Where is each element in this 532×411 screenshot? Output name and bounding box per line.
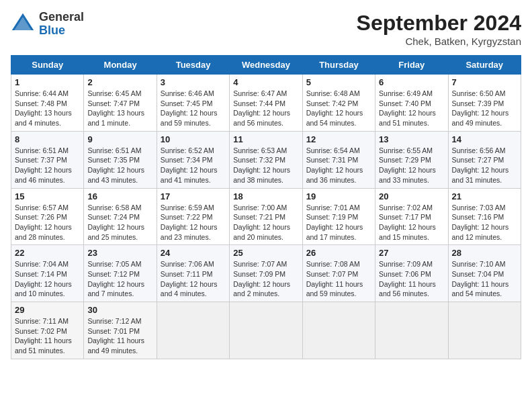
day-number: 15	[15, 191, 80, 201]
col-header-tuesday: Tuesday	[157, 56, 229, 75]
week-row-2: 8Sunrise: 6:51 AM Sunset: 7:37 PM Daylig…	[11, 131, 521, 188]
day-cell	[302, 302, 375, 359]
day-cell: 13Sunrise: 6:55 AM Sunset: 7:29 PM Dayli…	[375, 131, 448, 188]
day-info: Sunrise: 7:00 AM Sunset: 7:21 PM Dayligh…	[233, 203, 298, 242]
day-number: 10	[161, 134, 226, 144]
day-cell: 22Sunrise: 7:04 AM Sunset: 7:14 PM Dayli…	[11, 245, 84, 302]
day-number: 30	[87, 305, 152, 315]
day-number: 21	[452, 191, 517, 201]
day-cell: 2Sunrise: 6:45 AM Sunset: 7:47 PM Daylig…	[84, 75, 157, 132]
day-cell: 10Sunrise: 6:52 AM Sunset: 7:34 PM Dayli…	[157, 131, 229, 188]
day-info: Sunrise: 6:53 AM Sunset: 7:32 PM Dayligh…	[233, 146, 298, 185]
day-number: 11	[233, 134, 298, 144]
col-header-sunday: Sunday	[11, 56, 84, 75]
day-number: 17	[161, 191, 226, 201]
day-cell: 19Sunrise: 7:01 AM Sunset: 7:19 PM Dayli…	[302, 188, 375, 245]
calendar-table: SundayMondayTuesdayWednesdayThursdayFrid…	[11, 55, 521, 359]
logo-general: General	[39, 11, 84, 24]
col-header-saturday: Saturday	[448, 56, 521, 75]
day-number: 4	[233, 77, 298, 87]
day-number: 24	[161, 248, 226, 258]
day-cell: 23Sunrise: 7:05 AM Sunset: 7:12 PM Dayli…	[84, 245, 157, 302]
day-info: Sunrise: 7:09 AM Sunset: 7:06 PM Dayligh…	[379, 259, 444, 299]
day-cell: 28Sunrise: 7:10 AM Sunset: 7:04 PM Dayli…	[448, 245, 521, 302]
day-number: 26	[306, 248, 371, 258]
day-cell: 9Sunrise: 6:51 AM Sunset: 7:35 PM Daylig…	[84, 131, 157, 188]
day-info: Sunrise: 6:45 AM Sunset: 7:47 PM Dayligh…	[87, 89, 152, 128]
page-header: General Blue September 2024 Chek, Batken…	[11, 11, 521, 47]
day-info: Sunrise: 7:10 AM Sunset: 7:04 PM Dayligh…	[452, 259, 517, 299]
day-number: 22	[15, 248, 80, 258]
day-info: Sunrise: 7:08 AM Sunset: 7:07 PM Dayligh…	[306, 259, 371, 299]
day-info: Sunrise: 7:11 AM Sunset: 7:02 PM Dayligh…	[15, 316, 80, 356]
day-number: 29	[15, 305, 80, 315]
day-number: 7	[452, 77, 517, 87]
title-block: September 2024 Chek, Batken, Kyrgyzstan	[357, 11, 521, 47]
day-cell: 24Sunrise: 7:06 AM Sunset: 7:11 PM Dayli…	[157, 245, 229, 302]
day-number: 5	[306, 77, 371, 87]
day-number: 23	[87, 248, 152, 258]
day-number: 13	[379, 134, 444, 144]
day-info: Sunrise: 6:44 AM Sunset: 7:48 PM Dayligh…	[15, 89, 80, 128]
logo: General Blue	[11, 11, 84, 38]
day-number: 25	[233, 248, 298, 258]
logo-blue: Blue	[39, 24, 84, 38]
day-cell: 6Sunrise: 6:49 AM Sunset: 7:40 PM Daylig…	[375, 75, 448, 132]
day-info: Sunrise: 7:07 AM Sunset: 7:09 PM Dayligh…	[233, 259, 298, 299]
day-cell	[375, 302, 448, 359]
day-cell: 17Sunrise: 6:59 AM Sunset: 7:22 PM Dayli…	[157, 188, 229, 245]
day-info: Sunrise: 6:49 AM Sunset: 7:40 PM Dayligh…	[379, 89, 444, 128]
day-cell: 18Sunrise: 7:00 AM Sunset: 7:21 PM Dayli…	[230, 188, 302, 245]
day-cell: 4Sunrise: 6:47 AM Sunset: 7:44 PM Daylig…	[230, 75, 302, 132]
day-cell: 8Sunrise: 6:51 AM Sunset: 7:37 PM Daylig…	[11, 131, 84, 188]
day-info: Sunrise: 7:04 AM Sunset: 7:14 PM Dayligh…	[15, 259, 80, 299]
day-number: 3	[161, 77, 226, 87]
day-number: 1	[15, 77, 80, 87]
day-info: Sunrise: 6:47 AM Sunset: 7:44 PM Dayligh…	[233, 89, 298, 128]
day-info: Sunrise: 6:52 AM Sunset: 7:34 PM Dayligh…	[161, 146, 226, 185]
day-cell: 29Sunrise: 7:11 AM Sunset: 7:02 PM Dayli…	[11, 302, 84, 359]
day-cell: 3Sunrise: 6:46 AM Sunset: 7:45 PM Daylig…	[157, 75, 229, 132]
logo-icon	[11, 12, 35, 36]
day-info: Sunrise: 7:12 AM Sunset: 7:01 PM Dayligh…	[87, 316, 152, 356]
day-info: Sunrise: 6:48 AM Sunset: 7:42 PM Dayligh…	[306, 89, 371, 128]
header-row: SundayMondayTuesdayWednesdayThursdayFrid…	[11, 56, 521, 75]
day-cell: 27Sunrise: 7:09 AM Sunset: 7:06 PM Dayli…	[375, 245, 448, 302]
day-cell: 26Sunrise: 7:08 AM Sunset: 7:07 PM Dayli…	[302, 245, 375, 302]
day-cell: 25Sunrise: 7:07 AM Sunset: 7:09 PM Dayli…	[230, 245, 302, 302]
day-cell: 12Sunrise: 6:54 AM Sunset: 7:31 PM Dayli…	[302, 131, 375, 188]
day-info: Sunrise: 6:55 AM Sunset: 7:29 PM Dayligh…	[379, 146, 444, 185]
week-row-5: 29Sunrise: 7:11 AM Sunset: 7:02 PM Dayli…	[11, 302, 521, 359]
day-info: Sunrise: 6:51 AM Sunset: 7:35 PM Dayligh…	[87, 146, 152, 185]
day-cell: 16Sunrise: 6:58 AM Sunset: 7:24 PM Dayli…	[84, 188, 157, 245]
day-info: Sunrise: 6:56 AM Sunset: 7:27 PM Dayligh…	[452, 146, 517, 185]
day-info: Sunrise: 7:02 AM Sunset: 7:17 PM Dayligh…	[379, 203, 444, 242]
day-info: Sunrise: 7:01 AM Sunset: 7:19 PM Dayligh…	[306, 203, 371, 242]
day-cell	[448, 302, 521, 359]
col-header-wednesday: Wednesday	[230, 56, 302, 75]
day-number: 2	[87, 77, 152, 87]
day-number: 8	[15, 134, 80, 144]
col-header-thursday: Thursday	[302, 56, 375, 75]
day-number: 16	[87, 191, 152, 201]
day-cell: 5Sunrise: 6:48 AM Sunset: 7:42 PM Daylig…	[302, 75, 375, 132]
col-header-friday: Friday	[375, 56, 448, 75]
day-info: Sunrise: 6:50 AM Sunset: 7:39 PM Dayligh…	[452, 89, 517, 128]
day-number: 27	[379, 248, 444, 258]
day-info: Sunrise: 6:54 AM Sunset: 7:31 PM Dayligh…	[306, 146, 371, 185]
day-number: 14	[452, 134, 517, 144]
week-row-4: 22Sunrise: 7:04 AM Sunset: 7:14 PM Dayli…	[11, 245, 521, 302]
day-number: 9	[87, 134, 152, 144]
day-info: Sunrise: 7:06 AM Sunset: 7:11 PM Dayligh…	[161, 259, 226, 299]
day-info: Sunrise: 6:46 AM Sunset: 7:45 PM Dayligh…	[161, 89, 226, 128]
day-info: Sunrise: 7:05 AM Sunset: 7:12 PM Dayligh…	[87, 259, 152, 299]
day-cell: 7Sunrise: 6:50 AM Sunset: 7:39 PM Daylig…	[448, 75, 521, 132]
day-number: 20	[379, 191, 444, 201]
week-row-3: 15Sunrise: 6:57 AM Sunset: 7:26 PM Dayli…	[11, 188, 521, 245]
day-cell: 14Sunrise: 6:56 AM Sunset: 7:27 PM Dayli…	[448, 131, 521, 188]
day-number: 19	[306, 191, 371, 201]
day-info: Sunrise: 7:03 AM Sunset: 7:16 PM Dayligh…	[452, 203, 517, 242]
day-number: 18	[233, 191, 298, 201]
day-cell: 30Sunrise: 7:12 AM Sunset: 7:01 PM Dayli…	[84, 302, 157, 359]
col-header-monday: Monday	[84, 56, 157, 75]
